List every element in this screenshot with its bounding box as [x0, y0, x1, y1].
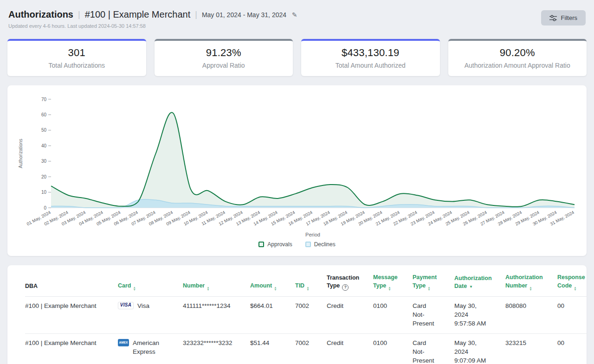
filters-button[interactable]: Filters	[541, 10, 586, 26]
card-brand-visa-logo: VISA	[118, 302, 134, 309]
cell-tid: 7002	[295, 333, 327, 364]
svg-text:70: 70	[41, 97, 47, 102]
legend-approvals[interactable]: Approvals	[258, 241, 292, 248]
cell-message-type: 0100	[373, 296, 413, 333]
sort-icon: ▲▼	[207, 286, 209, 291]
sort-icon: ▲▼	[133, 286, 136, 291]
legend-swatch	[305, 242, 311, 247]
cell-dba: #100 | Example Merchant	[25, 296, 118, 333]
stat-value: 91.23%	[159, 47, 289, 59]
authorizations-table: DBACard▲▼Number▲▼Amount▲▼TID▲▼Transactio…	[25, 274, 587, 364]
stat-card-2: $433,130.19Total Amount Authorized	[301, 39, 440, 76]
sort-icon: ▲▼	[529, 286, 532, 291]
column-header-transaction-type: Transaction Type?	[327, 274, 373, 296]
cell-number: 411111******1234	[183, 296, 250, 333]
cell-authorization-date: May 30,20249:07:09 AM	[454, 333, 505, 364]
cell-message-type: 0100	[373, 333, 413, 364]
svg-text:Period: Period	[305, 232, 320, 237]
svg-text:60: 60	[41, 112, 47, 117]
legend-declines[interactable]: Declines	[305, 241, 336, 248]
cell-card: AMEXAmerican Express	[118, 333, 183, 364]
column-header-dba: DBA	[25, 274, 118, 296]
legend-label: Declines	[314, 241, 336, 248]
cell-dba: #100 | Example Merchant	[25, 333, 118, 364]
stat-label: Approval Ratio	[159, 62, 289, 69]
sorted-desc-icon: ▼	[469, 285, 473, 289]
page-title: Authorizations	[8, 9, 73, 20]
sort-icon: ▲▼	[306, 286, 309, 291]
stat-value: 90.20%	[453, 47, 582, 59]
cell-authorization-number: 808080	[505, 296, 557, 333]
help-icon[interactable]: ?	[342, 284, 349, 291]
svg-text:50: 50	[41, 128, 47, 133]
table-header-row: DBACard▲▼Number▲▼Amount▲▼TID▲▼Transactio…	[25, 274, 587, 296]
svg-text:0: 0	[44, 205, 46, 211]
legend-swatch	[258, 242, 264, 247]
cell-card: VISAVisa	[118, 296, 183, 333]
card-brand-amex-logo: AMEX	[118, 339, 129, 346]
stat-cards: 301Total Authorizations91.23%Approval Ra…	[0, 39, 594, 76]
stat-card-0: 301Total Authorizations	[7, 39, 146, 76]
column-header-authorization-date[interactable]: Authorization Date▼	[454, 274, 505, 296]
cell-payment-type: Card Not-Present	[413, 296, 454, 333]
page: Authorizations | #100 | Example Merchant…	[0, 0, 594, 364]
cell-payment-type: Card Not-Present	[413, 333, 454, 364]
svg-text:30: 30	[41, 159, 47, 164]
sort-icon: ▲▼	[574, 286, 576, 291]
column-header-authorization-number[interactable]: Authorization Number▲▼	[505, 274, 557, 296]
column-header-tid[interactable]: TID▲▼	[295, 274, 327, 296]
stat-value: 301	[12, 47, 142, 59]
stat-value: $433,130.19	[306, 47, 435, 59]
column-header-card[interactable]: Card▲▼	[118, 274, 183, 296]
authorizations-chart-card: 01020304050607001 May, 202402 May, 20240…	[7, 85, 587, 256]
separator: |	[195, 10, 197, 19]
column-header-message-type[interactable]: Message Type▲▼	[373, 274, 413, 296]
column-header-response-code[interactable]: Response Code▲▼	[557, 274, 587, 296]
card-label: Visa	[137, 301, 149, 310]
cell-transaction-type: Credit	[327, 296, 373, 333]
updated-note: Updated every 4-6 hours. Last updated 20…	[8, 23, 297, 29]
svg-text:20: 20	[41, 174, 47, 179]
authorizations-table-card: DBACard▲▼Number▲▼Amount▲▼TID▲▼Transactio…	[7, 265, 587, 364]
stat-card-1: 91.23%Approval Ratio	[155, 39, 293, 76]
cell-amount: $51.44	[250, 333, 295, 364]
authorizations-area-chart: 01020304050607001 May, 202402 May, 20240…	[15, 92, 579, 239]
cell-transaction-type: Credit	[327, 333, 373, 364]
separator: |	[78, 10, 80, 19]
sort-icon: ▲▼	[388, 286, 391, 291]
column-header-amount[interactable]: Amount▲▼	[250, 274, 295, 296]
stat-label: Total Authorizations	[12, 62, 142, 69]
date-range: May 01, 2024 - May 31, 2024	[202, 11, 286, 19]
svg-text:10: 10	[41, 190, 47, 195]
svg-text:Authorizations: Authorizations	[18, 139, 23, 168]
cell-authorization-number: 323215	[505, 333, 557, 364]
chart-legend: ApprovalsDeclines	[13, 239, 581, 252]
sort-icon: ▲▼	[274, 286, 277, 291]
filters-icon	[549, 15, 557, 21]
column-header-number[interactable]: Number▲▼	[183, 274, 250, 296]
cell-authorization-date: May 30,20249:57:58 AM	[454, 296, 505, 333]
cell-response-code: 00	[557, 333, 587, 364]
table-row: #100 | Example MerchantVISAVisa411111***…	[25, 296, 587, 333]
title-row: Authorizations | #100 | Example Merchant…	[8, 9, 297, 20]
cell-tid: 7002	[295, 296, 327, 333]
cell-number: 323232******3232	[183, 333, 250, 364]
header-titles: Authorizations | #100 | Example Merchant…	[8, 9, 297, 29]
cell-response-code: 00	[557, 296, 587, 333]
stat-label: Authorization Amount Approval Ratio	[453, 62, 582, 69]
stat-card-3: 90.20%Authorization Amount Approval Rati…	[448, 39, 587, 76]
column-header-payment-type[interactable]: Payment Type▲▼	[413, 274, 454, 296]
merchant-name: #100 | Example Merchant	[85, 9, 191, 20]
svg-text:40: 40	[41, 143, 47, 148]
table-row: #100 | Example MerchantAMEXAmerican Expr…	[25, 333, 587, 364]
filters-label: Filters	[561, 14, 577, 21]
legend-label: Approvals	[267, 241, 292, 248]
edit-date-range-icon[interactable]: ✎	[292, 11, 297, 19]
card-label: American Express	[133, 338, 178, 356]
header: Authorizations | #100 | Example Merchant…	[0, 0, 594, 29]
cell-amount: $664.01	[250, 296, 295, 333]
stat-label: Total Amount Authorized	[306, 62, 435, 69]
sort-icon: ▲▼	[427, 286, 430, 291]
